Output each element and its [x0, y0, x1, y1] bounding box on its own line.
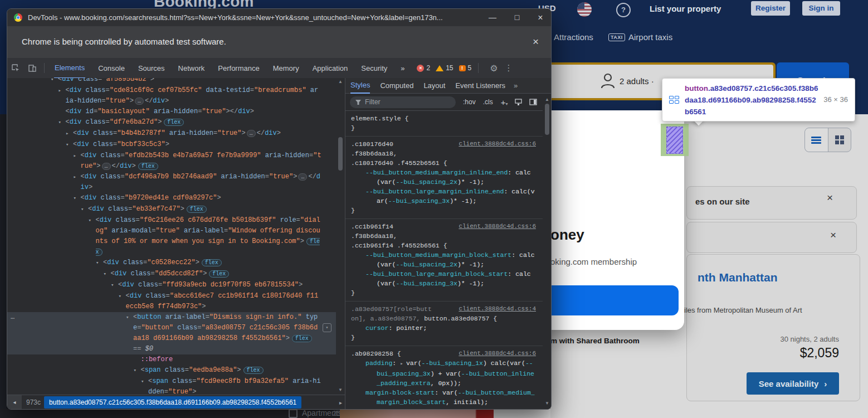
- collapsed-children-icon[interactable]: …: [135, 98, 144, 105]
- scrollbar-thumb[interactable]: [545, 104, 549, 135]
- banner-close-icon[interactable]: ×: [533, 36, 539, 48]
- dom-node[interactable]: ▸<div class="dcf496a7b9 bb2746aad9" aria…: [7, 172, 336, 193]
- dom-node[interactable]: ▾<div class="eb33ef7c47">flex: [7, 204, 336, 215]
- sidebar-more-tabs-icon[interactable]: »: [514, 81, 518, 90]
- maximize-button[interactable]: □: [508, 9, 526, 26]
- dom-node[interactable]: ▾<span class="fcd9eec8fb bf9a32efa5" ari…: [7, 376, 336, 395]
- dom-node[interactable]: ▾<div class="abcc616ec7 cc1b961f14 c1801…: [7, 291, 336, 312]
- inspect-element-icon[interactable]: [11, 64, 20, 72]
- dom-node[interactable]: ▾<div class="dd5dccd82f">flex: [7, 269, 336, 280]
- expander-icon[interactable]: ▾: [104, 269, 111, 280]
- breadcrumb-selected[interactable]: button.a83ed08757.c21c56c305.f38b6daa18.…: [44, 396, 301, 409]
- devtools-titlebar[interactable]: DevTools - www.booking.com/searchresults…: [7, 9, 551, 26]
- scroll-up-icon[interactable]: ▲: [336, 79, 345, 84]
- stylesheet-link[interactable]: client.3888dc4d.css:6: [459, 349, 536, 358]
- expander-icon[interactable]: ▾: [51, 78, 58, 85]
- settings-gear-icon[interactable]: ⚙: [490, 63, 498, 74]
- tab-console[interactable]: Console: [97, 59, 125, 78]
- issues-badge[interactable]: ! 5: [459, 64, 472, 72]
- expander-icon[interactable]: ▸: [74, 172, 81, 183]
- toggle-hover-state-button[interactable]: :hov: [463, 98, 476, 106]
- flex-badge[interactable]: flex: [187, 206, 207, 213]
- tab-computed[interactable]: Computed: [380, 79, 413, 93]
- list-your-property-link[interactable]: List your property: [650, 4, 721, 13]
- list-view-button[interactable]: [805, 128, 828, 152]
- scroll-into-view-icon[interactable]: ▾: [323, 323, 331, 332]
- collapsed-children-icon[interactable]: …: [102, 163, 111, 170]
- minimize-button[interactable]: —: [483, 9, 502, 26]
- flex-badge[interactable]: flex: [292, 335, 312, 342]
- css-property[interactable]: --bui_button_medium_margin_block_start: …: [351, 250, 536, 269]
- dom-node[interactable]: ▾<div class="df7e6ba27d">flex: [7, 117, 336, 128]
- tab-styles[interactable]: Styles: [350, 78, 370, 94]
- tab-sources[interactable]: Sources: [138, 59, 165, 78]
- grid-view-button[interactable]: [828, 128, 851, 152]
- expander-icon[interactable]: ▸: [58, 86, 66, 96]
- expander-icon[interactable]: ▾: [81, 205, 88, 215]
- stylesheet-link[interactable]: client.3888dc4d.css:4: [459, 304, 536, 314]
- see-availability-button[interactable]: See availability ›: [747, 372, 839, 395]
- nav-attractions[interactable]: Attractions: [554, 32, 593, 42]
- banner2-close-icon[interactable]: ×: [830, 230, 836, 240]
- breadcrumb-truncated[interactable]: 973c: [26, 398, 41, 406]
- scroll-up-icon[interactable]: ▲: [543, 97, 552, 102]
- breadcrumb-forward-icon[interactable]: ▸: [339, 400, 342, 406]
- css-rule[interactable]: element.style {}: [345, 111, 543, 137]
- flex-badge[interactable]: flex: [138, 163, 158, 170]
- device-toolbar-icon[interactable]: [28, 64, 37, 72]
- expander-icon[interactable]: ▾: [66, 140, 73, 150]
- sign-in-button[interactable]: Sign in: [802, 1, 840, 16]
- css-rule[interactable]: client.3888dc4d.css:6.c180176d40.f38b6da…: [345, 137, 543, 219]
- expander-icon[interactable]: ▾: [89, 216, 96, 226]
- dom-node[interactable]: ▾<div class="ffd93a9ecb dc19f70f85 eb678…: [7, 280, 336, 291]
- css-property[interactable]: padding: ▸ var(--bui_spacing_1x) calc(va…: [351, 358, 536, 388]
- dom-node[interactable]: ::before: [7, 354, 336, 365]
- collapsed-children-icon[interactable]: …: [247, 130, 256, 137]
- scrollbar-thumb[interactable]: [338, 137, 343, 171]
- dom-node[interactable]: ▾<span class="eedba9e88a">flex: [7, 365, 336, 376]
- css-property[interactable]: --bui_button_large_margin_inline_end: ca…: [351, 187, 536, 206]
- expander-icon[interactable]: ▾: [134, 366, 141, 376]
- dom-node[interactable]: ▾<div class="bcbf33c5c3">: [7, 139, 336, 150]
- flex-badge[interactable]: flex: [209, 270, 229, 278]
- breadcrumb-back-icon[interactable]: ◂: [7, 395, 22, 410]
- register-button[interactable]: Register: [751, 1, 790, 16]
- dock-side-icon[interactable]: [529, 99, 537, 105]
- expander-icon[interactable]: ▸: [66, 129, 73, 139]
- tab-application[interactable]: Application: [312, 59, 349, 78]
- css-property[interactable]: --bui_button_large_margin_block_start: c…: [351, 269, 536, 288]
- expander-icon[interactable]: ▾: [111, 280, 118, 291]
- stylesheet-link[interactable]: client.3888dc4d.css:6: [459, 222, 536, 231]
- css-property[interactable]: cursor: pointer;: [351, 323, 536, 333]
- close-window-icon[interactable]: ×: [531, 9, 550, 26]
- dom-node[interactable]: ▾<div class="f0c216ee26 c676dd76fe b5018…: [7, 215, 336, 257]
- dom-node[interactable]: ▾<div class="b9720ed41e cdf0a9297c">: [7, 193, 336, 204]
- dom-node[interactable]: ▾<div class="c0528ecc22">flex: [7, 257, 336, 269]
- tab-layout[interactable]: Layout: [423, 79, 445, 93]
- more-options-icon[interactable]: ⋮: [505, 63, 513, 73]
- banner1-close-icon[interactable]: ×: [827, 192, 833, 203]
- expander-icon[interactable]: ▸: [74, 151, 81, 162]
- node-menu-icon[interactable]: …: [11, 312, 15, 323]
- rendering-emulation-icon[interactable]: [515, 99, 522, 106]
- css-property[interactable]: --bui_button_medium_margin_inline_end: c…: [351, 168, 536, 187]
- nav-airport-taxis[interactable]: Airport taxis: [628, 32, 672, 42]
- more-tabs-icon[interactable]: »: [400, 59, 405, 78]
- collapsed-children-icon[interactable]: …: [298, 173, 307, 181]
- tab-event-listeners[interactable]: Event Listeners: [455, 79, 505, 93]
- apartments-checkbox[interactable]: [289, 409, 298, 418]
- dom-node[interactable]: ▸<div class="cde81c6f0c cef07b55fc" data…: [7, 85, 336, 106]
- dom-node[interactable]: ▸<div class="efdb2b543b e4b7a69a57 fe7b9…: [7, 150, 336, 172]
- help-icon[interactable]: ?: [616, 3, 631, 17]
- expander-icon[interactable]: ▾: [141, 377, 148, 387]
- flex-badge[interactable]: flex: [164, 119, 184, 126]
- scroll-down-icon[interactable]: ▼: [543, 401, 552, 406]
- toggle-classes-button[interactable]: .cls: [483, 98, 493, 106]
- tab-security[interactable]: Security: [360, 59, 388, 78]
- flex-badge[interactable]: flex: [243, 367, 264, 374]
- expander-icon[interactable]: ▾: [74, 193, 81, 204]
- stylesheet-link[interactable]: client.3888dc4d.css:6: [459, 139, 536, 149]
- expander-icon[interactable]: ▾: [126, 313, 133, 323]
- new-style-rule-button[interactable]: +▾: [501, 98, 508, 107]
- css-rule[interactable]: client.3888dc4d.css:4.a83ed08757[role=bu…: [345, 302, 543, 346]
